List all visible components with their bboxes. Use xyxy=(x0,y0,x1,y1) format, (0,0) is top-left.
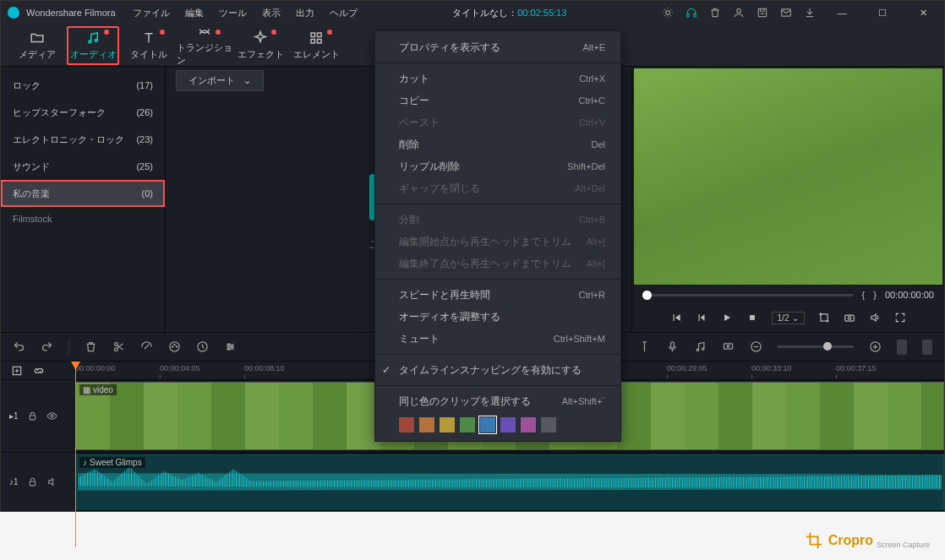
speed-icon[interactable] xyxy=(196,340,209,353)
ctx-delete[interactable]: 削除Del xyxy=(375,133,620,155)
menu-output[interactable]: 出力 xyxy=(296,7,314,19)
zoom-fit-icon[interactable] xyxy=(897,340,907,355)
maximize-button[interactable]: ☐ xyxy=(868,8,897,19)
ctx-audio-adjust[interactable]: オーディオを調整する xyxy=(375,306,620,328)
svg-point-22 xyxy=(172,346,172,347)
color-swatch[interactable] xyxy=(419,417,434,432)
link-icon[interactable] xyxy=(33,365,45,377)
sidebar-footer[interactable]: Filmstock xyxy=(1,207,165,231)
zoom-out-icon[interactable] xyxy=(750,340,762,353)
stop-back-icon[interactable] xyxy=(696,312,707,323)
trash-icon[interactable] xyxy=(709,7,721,19)
ctx-ripple-delete[interactable]: リップル削除Shift+Del xyxy=(375,155,620,177)
redo-icon[interactable] xyxy=(41,340,53,353)
zoom-thumb[interactable] xyxy=(823,342,832,351)
sidebar-item-sound[interactable]: サウンド(25) xyxy=(1,153,165,180)
preview-controls: 1/2⌄ xyxy=(632,303,944,332)
color-swatch[interactable] xyxy=(541,417,556,432)
edit-icon[interactable] xyxy=(140,340,153,353)
close-button[interactable]: ✕ xyxy=(909,8,937,19)
separator xyxy=(375,354,620,355)
sidebar-item-hipster[interactable]: ヒップスターフォーク(26) xyxy=(1,99,165,126)
mail-icon[interactable] xyxy=(780,7,792,19)
tool-effect[interactable]: エフェクト xyxy=(232,24,288,67)
svg-rect-31 xyxy=(724,344,733,349)
color-swatch[interactable] xyxy=(521,417,536,432)
menu-edit[interactable]: 編集 xyxy=(185,7,204,19)
ctx-mute[interactable]: ミュートCtrl+Shift+M xyxy=(375,328,620,350)
scrub-track[interactable] xyxy=(642,294,854,296)
audio-track-body[interactable]: ♪ Sweet Glimps xyxy=(75,453,944,511)
preview-canvas[interactable] xyxy=(634,68,942,285)
sidebar-item-mymusic[interactable]: 私の音楽(0) xyxy=(1,180,165,207)
lock-icon[interactable] xyxy=(27,476,38,487)
record-icon[interactable] xyxy=(722,340,735,353)
color-icon[interactable] xyxy=(168,340,181,353)
playhead[interactable] xyxy=(75,362,76,547)
audio-clip[interactable]: ♪ Sweet Glimps xyxy=(75,454,944,509)
mic-icon[interactable] xyxy=(666,340,679,353)
color-swatch[interactable] xyxy=(500,417,516,432)
settings-icon[interactable] xyxy=(224,340,237,353)
color-swatch[interactable] xyxy=(480,417,495,432)
color-swatch[interactable] xyxy=(440,417,455,432)
crop-icon[interactable] xyxy=(818,312,830,323)
brightness-icon[interactable] xyxy=(662,7,674,19)
minimize-button[interactable]: — xyxy=(828,8,856,18)
stop-icon[interactable] xyxy=(746,312,758,323)
cut-icon[interactable] xyxy=(112,340,125,353)
ctx-copy[interactable]: コピーCtrl+C xyxy=(375,90,620,111)
menu-help[interactable]: ヘルプ xyxy=(330,7,358,19)
highlight-box xyxy=(67,26,119,65)
scrub-thumb[interactable] xyxy=(642,291,652,300)
sidebar: ロック(17) ヒップスターフォーク(26) エレクトロニック・ロック(23) … xyxy=(1,67,166,332)
ctx-speed[interactable]: スピードと再生時間Ctrl+R xyxy=(375,284,620,306)
user-icon[interactable] xyxy=(733,7,745,19)
tool-element[interactable]: エレメント xyxy=(288,24,344,67)
prev-frame-icon[interactable] xyxy=(670,312,682,323)
menu-view[interactable]: 表示 xyxy=(262,7,281,19)
svg-rect-16 xyxy=(845,315,855,321)
fullscreen-icon[interactable] xyxy=(894,312,906,323)
delete-icon[interactable] xyxy=(85,340,97,353)
zoom-slider[interactable] xyxy=(778,345,854,348)
notification-dot xyxy=(216,30,221,35)
marker-icon[interactable] xyxy=(638,340,651,353)
tool-title[interactable]: タイトル xyxy=(121,24,177,67)
document-title: タイトルなし：00:02:55:13 xyxy=(364,7,655,19)
speaker-icon[interactable] xyxy=(46,476,57,487)
preview-scale[interactable]: 1/2⌄ xyxy=(772,312,806,324)
tick: 00:00:37:15 xyxy=(836,364,877,372)
undo-icon[interactable] xyxy=(13,340,25,353)
tool-transition[interactable]: トランジション xyxy=(177,24,232,67)
sidebar-item-rock[interactable]: ロック(17) xyxy=(1,72,165,99)
headphones-icon[interactable] xyxy=(686,7,697,19)
check-icon: ✓ xyxy=(382,364,391,376)
sidebar-item-electronic[interactable]: エレクトロニック・ロック(23) xyxy=(1,126,165,153)
notification-dot xyxy=(271,30,276,35)
ctx-same-color[interactable]: 同じ色のクリップを選択するAlt+Shift+` xyxy=(375,390,620,412)
menu-tool[interactable]: ツール xyxy=(219,7,247,19)
zoom-in-icon[interactable] xyxy=(869,340,882,353)
eye-icon[interactable] xyxy=(46,410,57,421)
ctx-cut[interactable]: カットCtrl+X xyxy=(375,68,620,90)
ctx-properties[interactable]: プロパティを表示するAlt+E xyxy=(375,36,620,58)
track-add-icon[interactable] xyxy=(11,365,23,377)
tool-audio[interactable]: オーディオ xyxy=(65,24,121,67)
color-swatch[interactable] xyxy=(460,417,475,432)
ctx-snapping[interactable]: ✓タイムラインスナッピングを有効にする xyxy=(375,359,620,381)
play-icon[interactable] xyxy=(721,312,733,323)
import-button[interactable]: インポート ⌄ xyxy=(176,70,264,91)
menu-file[interactable]: ファイル xyxy=(133,7,170,19)
color-swatch[interactable] xyxy=(399,417,414,432)
volume-icon[interactable] xyxy=(869,312,881,323)
svg-rect-36 xyxy=(30,416,36,420)
svg-rect-38 xyxy=(30,481,36,486)
save-icon[interactable] xyxy=(757,7,768,19)
lock-icon[interactable] xyxy=(27,410,38,421)
mixer-icon[interactable] xyxy=(694,340,707,353)
camera-icon[interactable] xyxy=(844,312,855,323)
zoom-fit2-icon[interactable] xyxy=(922,340,932,355)
tool-media[interactable]: メディア xyxy=(9,24,65,67)
download-icon[interactable] xyxy=(804,7,816,19)
